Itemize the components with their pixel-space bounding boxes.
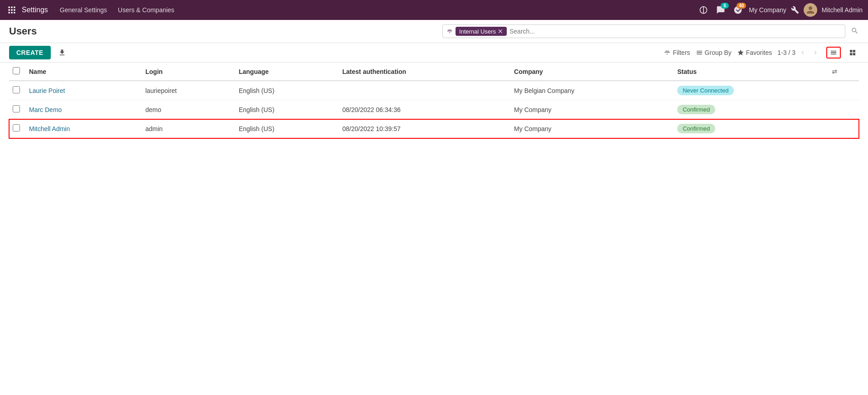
row-status: Never Connected (674, 81, 828, 100)
row-status: Confirmed (674, 119, 828, 138)
table-header-row: Name Login Language Latest authenticatio… (9, 63, 859, 81)
toolbar-controls: Filters Group By Favorites 1-3 / 3 (664, 47, 859, 59)
status-badge: Never Connected (677, 86, 734, 95)
table-row[interactable]: Laurie Poiret lauriepoiret English (US) … (9, 81, 859, 100)
download-button[interactable] (58, 49, 66, 57)
filters-label: Filters (673, 49, 690, 56)
status-badge: Confirmed (677, 105, 715, 114)
top-menu: General Settings Users & Companies (55, 5, 179, 15)
row-login: admin (142, 119, 235, 138)
row-checkbox-cell (9, 119, 25, 138)
status-badge: Confirmed (677, 124, 715, 133)
users-table-container: Name Login Language Latest authenticatio… (0, 63, 868, 138)
create-button[interactable]: CREATE (9, 46, 51, 59)
users-table: Name Login Language Latest authenticatio… (9, 63, 859, 138)
list-view-button[interactable] (826, 47, 841, 59)
row-checkbox-cell (9, 100, 25, 119)
col-header-company: Company (510, 63, 674, 81)
row-status: Confirmed (674, 100, 828, 119)
select-all-checkbox[interactable] (13, 67, 20, 74)
page-header: Users Internal Users ✕ (0, 20, 868, 43)
favorites-button[interactable]: Favorites (737, 49, 772, 56)
page-content: Users Internal Users ✕ CREATE Filters (0, 20, 868, 395)
kanban-view-button[interactable] (846, 48, 859, 58)
col-header-status: Status (674, 63, 828, 81)
col-header-latest-auth: Latest authentication (339, 63, 510, 81)
row-checkbox[interactable] (13, 105, 20, 112)
filter-tag-close[interactable]: ✕ (498, 28, 503, 35)
company-name[interactable]: My Company (749, 6, 786, 14)
select-all-header (9, 63, 25, 81)
settings-icon-btn[interactable] (791, 6, 799, 14)
row-company: My Company (510, 119, 674, 138)
row-extra (828, 100, 859, 119)
row-extra (828, 119, 859, 138)
row-checkbox-cell (9, 81, 25, 100)
pagination-text: 1-3 / 3 (777, 49, 795, 56)
pagination: 1-3 / 3 (777, 48, 821, 57)
messages-icon-btn[interactable]: 6 (714, 4, 727, 16)
filters-button[interactable]: Filters (664, 49, 690, 56)
filter-tag-label: Internal Users (459, 28, 496, 35)
group-by-label: Group By (705, 49, 732, 56)
group-by-button[interactable]: Group By (696, 49, 732, 56)
table-row[interactable]: Marc Demo demo English (US) 08/20/2022 0… (9, 100, 859, 119)
row-extra (828, 81, 859, 100)
topnav-right: 6 40 My Company Mitchell Admin (697, 3, 863, 17)
favorites-label: Favorites (746, 49, 772, 56)
page-title: Users (9, 25, 37, 37)
next-page-button[interactable] (810, 48, 821, 57)
col-header-login: Login (142, 63, 235, 81)
menu-users-companies[interactable]: Users & Companies (113, 5, 179, 15)
row-company: My Company (510, 100, 674, 119)
row-checkbox[interactable] (13, 124, 20, 132)
col-header-language: Language (235, 63, 339, 81)
messages-badge: 6 (721, 3, 729, 9)
col-adjust-header: ⇄ (828, 63, 859, 81)
adjust-columns-icon[interactable]: ⇄ (832, 68, 837, 75)
user-avatar[interactable] (804, 3, 817, 17)
row-name[interactable]: Laurie Poiret (25, 81, 142, 100)
filter-icon (446, 28, 453, 34)
search-submit-button[interactable] (851, 27, 859, 36)
row-latest-auth (339, 81, 510, 100)
topnav: Settings General Settings Users & Compan… (0, 0, 868, 20)
row-language: English (US) (235, 81, 339, 100)
prev-page-button[interactable] (797, 48, 808, 57)
row-login: demo (142, 100, 235, 119)
row-name[interactable]: Mitchell Admin (25, 119, 142, 138)
menu-general-settings[interactable]: General Settings (55, 5, 112, 15)
activities-badge: 40 (737, 3, 746, 9)
toolbar: CREATE Filters Group By Favorites 1-3 / … (0, 43, 868, 63)
support-icon-btn[interactable] (697, 4, 710, 16)
apps-menu-button[interactable] (5, 4, 18, 16)
activities-icon-btn[interactable]: 40 (732, 4, 744, 16)
search-bar: Internal Users ✕ (442, 24, 845, 38)
row-language: English (US) (235, 119, 339, 138)
row-latest-auth: 08/20/2022 06:34:36 (339, 100, 510, 119)
row-company: My Belgian Company (510, 81, 674, 100)
row-language: English (US) (235, 100, 339, 119)
row-login: lauriepoiret (142, 81, 235, 100)
filter-tag-internal-users: Internal Users ✕ (456, 27, 507, 36)
app-title: Settings (22, 6, 48, 14)
row-checkbox[interactable] (13, 86, 20, 93)
search-input[interactable] (509, 28, 841, 35)
row-name[interactable]: Marc Demo (25, 100, 142, 119)
row-latest-auth: 08/20/2022 10:39:57 (339, 119, 510, 138)
user-name[interactable]: Mitchell Admin (822, 6, 863, 14)
col-header-name: Name (25, 63, 142, 81)
table-row[interactable]: Mitchell Admin admin English (US) 08/20/… (9, 119, 859, 138)
